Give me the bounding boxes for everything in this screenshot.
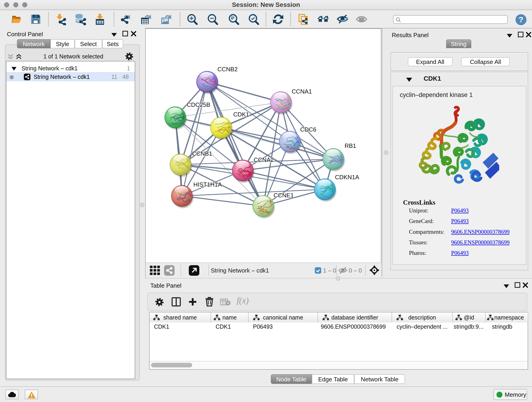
svg-text:CCNE1: CCNE1 bbox=[273, 192, 294, 199]
svg-text:?: ? bbox=[519, 15, 524, 24]
svg-text:HIST1H1A: HIST1H1A bbox=[193, 181, 222, 188]
svg-text:CDKN1A: CDKN1A bbox=[335, 174, 359, 181]
svg-text:CDC25B: CDC25B bbox=[187, 101, 210, 108]
svg-text:CDK1: CDK1 bbox=[233, 111, 249, 118]
svg-text:CCNA1: CCNA1 bbox=[292, 88, 312, 95]
svg-text:CDC6: CDC6 bbox=[300, 126, 317, 133]
svg-text:RB1: RB1 bbox=[345, 142, 356, 149]
svg-text:CCNB2: CCNB2 bbox=[217, 66, 238, 73]
svg-text:CCNA2: CCNA2 bbox=[254, 156, 274, 163]
svg-text:CCNB1: CCNB1 bbox=[192, 150, 212, 157]
